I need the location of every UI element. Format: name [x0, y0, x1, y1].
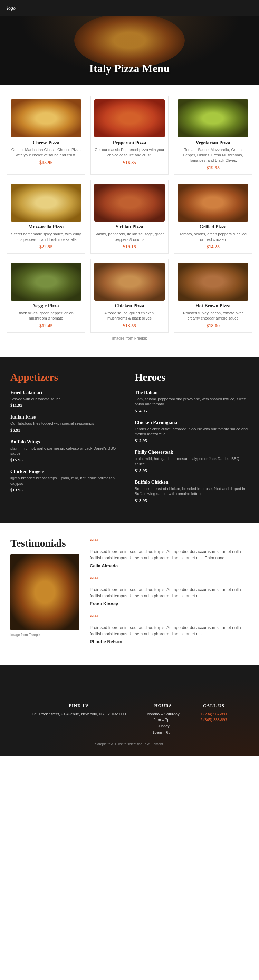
pizza-card: Hot Brown Pizza Roasted turkey, bacon, t…	[174, 259, 252, 332]
testimonial-text: Proin sed libero enim sed faucibus turpi…	[90, 625, 249, 637]
pizza-card: Grilled Pizza Tomato, onions, green pepp…	[174, 180, 252, 254]
pizza-card: Chicken Pizza Alfredo sauce, grilled chi…	[91, 259, 169, 332]
hero-item: Buffalo Chicken Boneless breast of chick…	[135, 480, 249, 503]
appetizer-name: Fried Calamari	[10, 390, 124, 395]
appetizer-item: Chicken Fingers lightly breaded breast s…	[10, 469, 124, 493]
hero-item: The Italian Ham, salami, pepperoni and p…	[135, 390, 249, 414]
hero-item: Philly Cheesesteak plain, mild, hot, gar…	[135, 450, 249, 473]
footer-hours: HOURS Monday – Saturday9am – 7pmSunday10…	[146, 703, 179, 735]
pizza-image	[94, 184, 165, 221]
testimonials-left: Testimonials Image from Freepik	[10, 537, 80, 651]
testimonials-right: ““ Proin sed libero enim sed faucibus tu…	[90, 537, 249, 651]
hero-price: $15.95	[135, 468, 249, 473]
testimonial-name: Phoebe Nelson	[90, 639, 249, 644]
quote-mark-icon: ““	[90, 613, 249, 623]
pizza-name: Vegetarian Pizza	[177, 140, 248, 146]
hero-name: Philly Cheesesteak	[135, 450, 249, 455]
footer-find-us: FIND US 121 Rock Street, 21 Avenue, New …	[32, 703, 126, 735]
call-us-text: 1 (234) 567-8912 (345) 333-897	[200, 711, 227, 723]
pizza-price: $13.55	[94, 323, 165, 329]
hero-name: The Italian	[135, 390, 249, 395]
hero-desc: Tender chicken cutlet, breaded in-house …	[135, 426, 249, 437]
hours-text: Monday – Saturday9am – 7pmSunday10am – 6…	[146, 711, 179, 735]
pizza-price: $14.25	[177, 244, 248, 250]
pizza-card: Sicilian Pizza Salami, pepperoni, Italia…	[91, 180, 169, 254]
testimonial-name: Celia Almeda	[90, 563, 249, 568]
quote-mark-icon: ““	[90, 537, 249, 547]
pizza-description: Get our Manhattan Classic Cheese Pizza w…	[11, 147, 82, 158]
pizza-name: Chicken Pizza	[94, 303, 165, 309]
hero-price: $14.95	[135, 408, 249, 414]
testimonials-heading: Testimonials	[10, 537, 80, 549]
pizza-name: Mozzarella Pizza	[11, 224, 82, 230]
hero-section: Italy Pizza Menu	[0, 16, 259, 85]
pizza-name: Grilled Pizza	[177, 224, 248, 230]
phone-1: 1 (234) 567-891	[200, 712, 227, 716]
hero-title: Italy Pizza Menu	[90, 62, 170, 75]
appetizer-desc: Our fabulous fries topped with special s…	[10, 421, 124, 426]
pizza-grid: Cheese Pizza Get our Manhattan Classic C…	[7, 95, 252, 332]
pizza-description: Get our classic Pepperoni pizza with you…	[94, 147, 165, 158]
call-us-label: CALL US	[200, 703, 227, 708]
pizza-price: $19.95	[177, 165, 248, 171]
find-us-text: 121 Rock Street, 21 Avenue, New York, NY…	[32, 711, 126, 718]
appetizer-item: Italian Fries Our fabulous fries topped …	[10, 414, 124, 433]
appetizers-column: Appetizers Fried Calamari Served with ou…	[10, 371, 124, 510]
hero-item: Chicken Parmigiana Tender chicken cutlet…	[135, 420, 249, 444]
appetizer-name: Buffalo Wings	[10, 439, 124, 445]
pizza-description: Tomato Sauce, Mozzarella, Green Pepper, …	[177, 147, 248, 163]
appetizer-price: $13.95	[10, 487, 124, 493]
hero-name: Buffalo Chicken	[135, 480, 249, 485]
hero-desc: Ham, salami, pepperoni and provolone, wi…	[135, 396, 249, 407]
hamburger-menu-icon[interactable]: ≡	[248, 4, 252, 12]
footer-columns: FIND US 121 Rock Street, 21 Avenue, New …	[10, 703, 249, 735]
testimonial-name: Frank Kinney	[90, 601, 249, 606]
testimonials-section: Testimonials Image from Freepik ““ Proin…	[0, 523, 259, 665]
appetizer-price: $15.95	[10, 457, 124, 463]
footer-call-us: CALL US 1 (234) 567-8912 (345) 333-897	[200, 703, 227, 735]
appetizers-heading: Appetizers	[10, 371, 124, 383]
pizza-name: Pepperoni Pizza	[94, 140, 165, 146]
appetizer-price: $6.95	[10, 428, 124, 433]
pizza-image	[177, 99, 248, 137]
testimonials-pizza-image	[10, 554, 80, 630]
appetizers-heroes-section: Appetizers Fried Calamari Served with ou…	[0, 358, 259, 523]
logo: logo	[7, 6, 16, 11]
phone-2: 2 (345) 333-897	[200, 718, 227, 722]
testimonial-item: ““ Proin sed libero enim sed faucibus tu…	[90, 537, 249, 568]
appetizer-name: Italian Fries	[10, 414, 124, 420]
hero-name: Chicken Parmigiana	[135, 420, 249, 425]
appetizer-desc: Served with our tomato sauce	[10, 396, 124, 402]
pizza-image	[11, 262, 82, 301]
pizza-price: $12.45	[11, 323, 82, 329]
quote-mark-icon: ““	[90, 575, 249, 585]
pizza-card: Mozzarella Pizza Secret homemade spicy s…	[7, 180, 85, 254]
pizza-image	[177, 184, 248, 221]
pizza-card: Pepperoni Pizza Get our classic Pepperon…	[91, 95, 169, 175]
appetizer-name: Chicken Fingers	[10, 469, 124, 474]
testimonial-item: ““ Proin sed libero enim sed faucibus tu…	[90, 613, 249, 644]
pizza-price: $22.55	[11, 244, 82, 250]
pizza-card: Cheese Pizza Get our Manhattan Classic C…	[7, 95, 85, 175]
pizza-description: Alfredo sauce, grilled chicken, mushroom…	[94, 310, 165, 321]
appetizer-item: Fried Calamari Served with our tomato sa…	[10, 390, 124, 408]
pizza-image	[11, 184, 82, 221]
pizza-image	[177, 262, 248, 301]
pizza-card: Veggie Pizza Black olives, green pepper,…	[7, 259, 85, 332]
pizza-name: Veggie Pizza	[11, 303, 82, 309]
hero-desc: plain, mild, hot, garlic parmesan, calyp…	[135, 456, 249, 467]
testimonials-image-note: Image from Freepik	[10, 633, 80, 636]
pizza-description: Salami, pepperoni, Italian sausage, gree…	[94, 232, 165, 242]
appetizer-desc: plain, mild, hot, garlic parmesan, calyp…	[10, 446, 124, 457]
pizza-price: $18.00	[177, 323, 248, 329]
appetizer-item: Buffalo Wings plain, mild, hot, garlic p…	[10, 439, 124, 463]
pizza-name: Hot Brown Pizza	[177, 303, 248, 309]
freepik-note: Images from Freepik	[7, 332, 252, 347]
header: logo ≡	[0, 0, 259, 16]
find-us-label: FIND US	[32, 703, 126, 708]
heroes-column: Heroes The Italian Ham, salami, pepperon…	[135, 371, 249, 510]
heroes-heading: Heroes	[135, 371, 249, 383]
pizza-description: Roasted turkey, bacon, tomato over cream…	[177, 310, 248, 321]
pizza-name: Cheese Pizza	[11, 140, 82, 146]
pizza-description: Tomato, onions, green peppers & grilled …	[177, 232, 248, 242]
